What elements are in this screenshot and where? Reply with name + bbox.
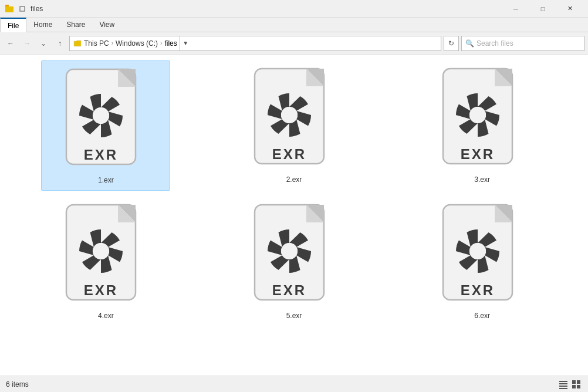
pin-icon bbox=[18, 4, 27, 13]
svg-text:EXR: EXR bbox=[272, 282, 306, 298]
exr-file-icon: EXR bbox=[250, 202, 338, 308]
title-bar: files ─ □ ✕ bbox=[0, 0, 588, 18]
view-buttons bbox=[557, 379, 582, 390]
folder-icon bbox=[73, 40, 82, 47]
up-button[interactable]: ↑ bbox=[53, 36, 67, 50]
exr-file-icon: EXR bbox=[62, 202, 150, 308]
breadcrumb-this-pc[interactable]: This PC bbox=[84, 39, 109, 48]
maximize-button[interactable]: □ bbox=[529, 0, 556, 18]
svg-rect-41 bbox=[559, 386, 567, 387]
svg-rect-1 bbox=[5, 6, 13, 12]
exr-file-icon: EXR bbox=[438, 202, 526, 308]
file-item[interactable]: EXR 4.exr bbox=[41, 197, 170, 326]
close-button[interactable]: ✕ bbox=[556, 0, 583, 18]
file-name: 4.exr bbox=[98, 312, 114, 320]
ribbon: File Home Share View bbox=[0, 18, 588, 32]
file-grid: EXR 1.exr EXR 2.exr EXR 3.exr EXR 4.exr bbox=[0, 55, 588, 376]
tab-home[interactable]: Home bbox=[26, 18, 59, 32]
tab-share[interactable]: Share bbox=[59, 18, 92, 32]
svg-rect-46 bbox=[577, 385, 580, 388]
tab-view[interactable]: View bbox=[92, 18, 121, 32]
svg-text:EXR: EXR bbox=[460, 146, 494, 162]
search-placeholder: Search files bbox=[477, 39, 513, 48]
file-item[interactable]: EXR 5.exr bbox=[229, 197, 359, 326]
file-name: 6.exr bbox=[474, 312, 490, 320]
svg-rect-43 bbox=[572, 380, 576, 384]
details-view-button[interactable] bbox=[557, 379, 569, 390]
exr-file-icon: EXR bbox=[62, 67, 150, 173]
svg-point-7 bbox=[93, 107, 109, 124]
svg-text:EXR: EXR bbox=[272, 146, 306, 162]
recent-button[interactable]: ⌄ bbox=[36, 36, 50, 50]
svg-point-31 bbox=[281, 243, 298, 259]
breadcrumb-arrow-1: › bbox=[111, 40, 113, 46]
svg-rect-2 bbox=[20, 6, 25, 11]
back-button[interactable]: ← bbox=[4, 36, 18, 50]
svg-point-25 bbox=[93, 243, 109, 259]
address-bar[interactable]: This PC › Windows (C:) › files ▼ bbox=[69, 36, 441, 51]
search-bar[interactable]: 🔍 Search files bbox=[461, 36, 584, 51]
window-controls: ─ □ ✕ bbox=[502, 0, 583, 18]
refresh-button[interactable]: ↻ bbox=[444, 36, 459, 51]
file-item[interactable]: EXR 6.exr bbox=[418, 197, 547, 326]
file-name: 5.exr bbox=[286, 312, 302, 320]
file-item[interactable]: EXR 2.exr bbox=[229, 60, 359, 191]
address-dropdown-button[interactable]: ▼ bbox=[180, 36, 191, 51]
search-icon: 🔍 bbox=[465, 39, 474, 48]
svg-point-37 bbox=[469, 243, 486, 259]
file-item[interactable]: EXR 1.exr bbox=[41, 60, 170, 191]
app-icon bbox=[5, 4, 14, 13]
breadcrumb-arrow-2: › bbox=[160, 40, 162, 46]
items-count: 6 items bbox=[6, 380, 29, 388]
svg-rect-39 bbox=[559, 381, 567, 382]
window-title: files bbox=[31, 5, 43, 13]
svg-point-13 bbox=[281, 107, 298, 123]
minimize-button[interactable]: ─ bbox=[502, 0, 529, 18]
nav-bar: ← → ⌄ ↑ This PC › Windows (C:) › files ▼… bbox=[0, 32, 588, 55]
svg-rect-45 bbox=[572, 385, 576, 388]
svg-text:EXR: EXR bbox=[84, 147, 118, 163]
svg-rect-40 bbox=[559, 383, 567, 384]
svg-text:EXR: EXR bbox=[460, 282, 494, 298]
breadcrumb-windows-c[interactable]: Windows (C:) bbox=[116, 39, 158, 48]
svg-rect-42 bbox=[559, 388, 567, 389]
status-bar: 6 items bbox=[0, 376, 588, 392]
file-name: 3.exr bbox=[474, 175, 490, 184]
large-icons-view-button[interactable] bbox=[570, 379, 582, 390]
title-bar-left: files bbox=[5, 4, 43, 13]
file-name: 1.exr bbox=[98, 176, 114, 184]
exr-file-icon: EXR bbox=[438, 66, 526, 172]
breadcrumb-files: files bbox=[164, 39, 177, 48]
svg-rect-44 bbox=[577, 380, 580, 384]
ribbon-tabs: File Home Share View bbox=[0, 18, 588, 32]
file-item[interactable]: EXR 3.exr bbox=[418, 60, 547, 191]
file-name: 2.exr bbox=[286, 175, 302, 184]
tab-file[interactable]: File bbox=[0, 18, 26, 32]
svg-text:EXR: EXR bbox=[84, 282, 118, 298]
forward-button[interactable]: → bbox=[20, 36, 34, 50]
exr-file-icon: EXR bbox=[250, 66, 338, 172]
svg-point-19 bbox=[469, 107, 486, 123]
